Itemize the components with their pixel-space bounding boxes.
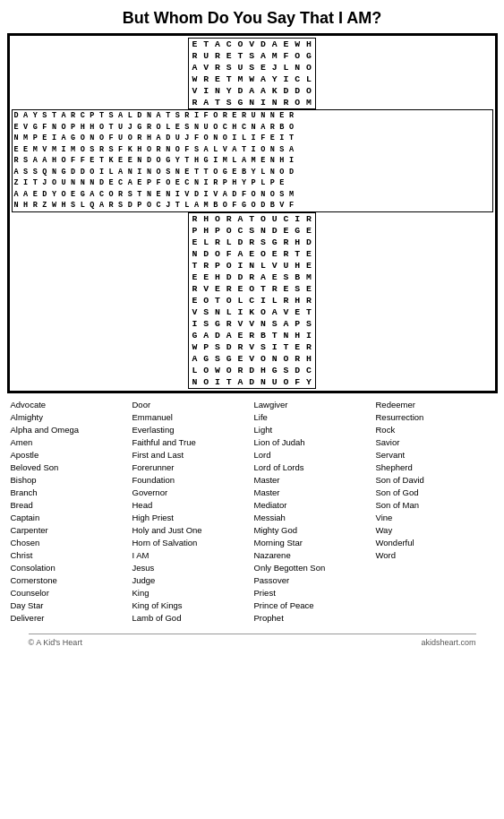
word-item: Door — [132, 399, 251, 411]
word-item: Judge — [132, 574, 251, 587]
word-item: Bread — [11, 499, 129, 512]
word-item: Consolation — [11, 562, 129, 574]
puzzle-bottom: R H O R A T O U C I R P H P O C S N D E … — [188, 212, 317, 389]
word-item: Son of David — [376, 474, 494, 487]
word-item: I AM — [132, 549, 251, 562]
word-item: Jesus — [132, 562, 251, 574]
word-item: Amen — [11, 436, 129, 449]
word-item: Captain — [11, 512, 129, 524]
word-item: Holy and Just One — [132, 524, 251, 537]
word-item: Lamb of God — [132, 612, 251, 625]
word-item: King of Kings — [132, 599, 251, 612]
word-item: Life — [254, 411, 372, 424]
puzzle-top: E T A C O V D A E W H R U R E T S A M F … — [188, 38, 317, 109]
word-item: Only Begotten Son — [254, 562, 372, 574]
word-item: Way — [376, 524, 494, 537]
word-item: Christ — [11, 549, 129, 562]
word-item: Savior — [376, 436, 494, 449]
footer: © A Kid's Heart akidsheart.com — [29, 634, 476, 647]
word-item: Son of God — [376, 487, 494, 499]
word-item: Passover — [254, 574, 372, 587]
word-item: Bishop — [11, 474, 129, 487]
word-item: Resurrection — [376, 411, 494, 424]
word-item: Master — [254, 487, 372, 499]
word-item: Carpenter — [11, 524, 129, 537]
word-item: Messiah — [254, 512, 372, 524]
puzzle-middle: D A Y S T A R C P T S A L D N A T S R I … — [12, 109, 493, 212]
word-col-4: RedeemerResurrectionRockSaviorServantShe… — [376, 399, 494, 625]
word-item: Light — [254, 424, 372, 436]
word-item: Counselor — [11, 587, 129, 599]
word-item: Vine — [376, 512, 494, 524]
word-item: Lord of Lords — [254, 461, 372, 474]
word-item: Horn of Salvation — [132, 537, 251, 549]
word-item: Word — [376, 549, 494, 562]
word-item: Foundation — [132, 474, 251, 487]
word-item: First and Last — [132, 449, 251, 461]
word-item: Forerunner — [132, 461, 251, 474]
word-item: Lawgiver — [254, 399, 372, 411]
word-item: Almighty — [11, 411, 129, 424]
puzzle-container: E T A C O V D A E W H R U R E T S A M F … — [7, 33, 498, 393]
word-item: Prince of Peace — [254, 599, 372, 612]
footer-right: akidsheart.com — [421, 638, 475, 647]
word-item: Wonderful — [376, 537, 494, 549]
word-item: Beloved Son — [11, 461, 129, 474]
word-item: Deliverer — [11, 612, 129, 625]
word-item: Lion of Judah — [254, 436, 372, 449]
word-col-3: LawgiverLifeLightLion of JudahLordLord o… — [254, 399, 372, 625]
word-item: Apostle — [11, 449, 129, 461]
word-item: Day Star — [11, 599, 129, 612]
word-item: Mighty God — [254, 524, 372, 537]
word-item: Prophet — [254, 612, 372, 625]
word-item: High Priest — [132, 512, 251, 524]
word-item: Master — [254, 474, 372, 487]
word-list: AdvocateAlmightyAlpha and OmegaAmenApost… — [11, 399, 494, 625]
word-item: Mediator — [254, 499, 372, 512]
word-item: Morning Star — [254, 537, 372, 549]
word-item: Advocate — [11, 399, 129, 411]
word-item: Head — [132, 499, 251, 512]
word-item: King — [132, 587, 251, 599]
puzzle-middle-block: D A Y S T A R C P T S A L D N A T S R I … — [12, 109, 493, 212]
word-item: Redeemer — [376, 399, 494, 411]
word-item: Chosen — [11, 537, 129, 549]
word-item: Branch — [11, 487, 129, 499]
word-item: Servant — [376, 449, 494, 461]
page-title: But Whom Do You Say That I AM? — [123, 9, 382, 28]
word-item: Son of Man — [376, 499, 494, 512]
word-item: Nazarene — [254, 549, 372, 562]
word-col-2: DoorEmmanuelEverlastingFaithful and True… — [132, 399, 251, 625]
word-item: Priest — [254, 587, 372, 599]
word-item: Emmanuel — [132, 411, 251, 424]
word-item: Governor — [132, 487, 251, 499]
word-item: Lord — [254, 449, 372, 461]
word-item: Shepherd — [376, 461, 494, 474]
word-col-1: AdvocateAlmightyAlpha and OmegaAmenApost… — [11, 399, 129, 625]
word-item: Alpha and Omega — [11, 424, 129, 436]
word-item: Everlasting — [132, 424, 251, 436]
word-item: Rock — [376, 424, 494, 436]
word-item: Cornerstone — [11, 574, 129, 587]
word-item: Faithful and True — [132, 436, 251, 449]
footer-left: © A Kid's Heart — [29, 638, 82, 647]
